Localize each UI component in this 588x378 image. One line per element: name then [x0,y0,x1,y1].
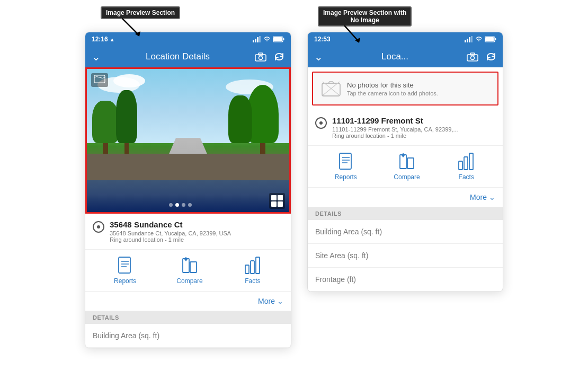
svg-marker-46 [402,155,405,157]
svg-rect-31 [495,38,496,40]
svg-rect-5 [259,36,261,42]
svg-rect-48 [464,157,468,170]
svg-rect-28 [469,37,470,42]
svg-rect-13 [119,257,130,273]
compare-button-1[interactable]: Compare [176,256,202,285]
svg-rect-44 [407,158,414,169]
status-bar-1: 12:16 ▲ [85,32,291,46]
details-section-2: DETAILS Building Area (sq. ft) Site Area… [308,207,503,292]
location-address-1: 35648 Sundance Ct, Yucaipa, CA, 92399, U… [110,230,231,236]
reports-icon-1 [117,257,133,275]
details-section-1: DETAILS Building Area (sq. ft) [85,311,291,348]
compare-label-1: Compare [176,277,202,285]
status-bar-2: 12:53 [308,32,503,46]
reports-button-2[interactable]: Reports [335,152,357,181]
svg-point-10 [259,56,263,60]
facts-button-1[interactable]: Facts [243,256,262,285]
location-ring-1: Ring around location - 1 mile [110,236,231,243]
more-bar-2: More ⌄ [308,188,503,207]
location-address-2: 11101-11299 Fremont St, Yucaipa, CA, 923… [332,126,458,133]
image-preview-1[interactable] [85,67,291,214]
dots-indicator [91,203,269,209]
annotation-image-preview-section-1: Image Preview Section [101,6,180,19]
camera-icon-1[interactable] [255,52,266,61]
nav-bar-1: ⌄ Location Details [85,46,291,67]
svg-rect-7 [283,38,284,40]
battery-icon [273,36,284,42]
action-buttons-1: Reports Compare [85,250,291,292]
details-row-1-0: Building Area (sq. ft) [85,324,291,348]
more-button-2[interactable]: More ⌄ [470,193,495,201]
camera-icon-2[interactable] [467,52,478,61]
reports-label-2: Reports [335,173,357,181]
dot-active [175,203,179,207]
location-info-2: 11101-11299 Fremont St 11101-11299 Fremo… [308,110,503,146]
svg-rect-49 [469,153,473,170]
wifi-icon [263,36,271,42]
status-icons-1 [253,36,284,42]
facts-button-2[interactable]: Facts [457,152,476,181]
location-info-1: 35648 Sundance Ct 35648 Sundance Ct, Yuc… [85,214,291,250]
svg-rect-47 [459,161,462,170]
refresh-icon-1[interactable] [274,52,284,61]
dot-1 [169,203,173,207]
dot-2 [182,203,185,207]
phone-2: 12:53 [307,32,503,292]
compare-label-2: Compare [394,173,420,181]
no-photo-subtitle: Tap the camera icon to add photos. [347,90,438,96]
status-icons-2 [465,36,496,42]
compare-icon-1 [182,257,198,275]
facts-label-1: Facts [245,277,260,285]
svg-rect-35 [470,53,475,55]
phone-2-wrapper: Image Preview Section with No Image 12:5… [307,11,503,292]
status-time-2: 12:53 [314,36,331,43]
nav-title-1: Location Details [146,51,210,62]
svg-rect-22 [251,261,254,274]
details-row-2-1: Site Area (sq. ft) [308,244,503,268]
svg-rect-27 [467,39,468,42]
refresh-icon-2[interactable] [486,52,496,61]
facts-icon-1 [245,257,261,275]
nav-icons-1 [255,52,284,61]
location-name-2: 11101-11299 Fremont St [332,116,458,125]
location-circle-1 [93,221,104,233]
compare-button-2[interactable]: Compare [394,152,420,181]
svg-rect-18 [190,262,197,272]
grid-icon[interactable] [269,193,285,209]
wifi-icon-2 [475,36,483,42]
phone-1-wrapper: Image Preview Section 12:16 ▲ [85,11,291,348]
no-photo-title: No photos for this site [347,81,438,89]
nav-bar-2: ⌄ Loca... [308,46,503,67]
svg-rect-21 [245,265,249,274]
image-preview-2[interactable]: No photos for this site Tap the camera i… [312,72,498,106]
svg-rect-2 [253,40,254,42]
status-time-1: 12:16 ▲ [92,36,115,43]
svg-rect-32 [485,37,494,41]
details-header-2: DETAILS [308,207,503,220]
svg-rect-29 [471,36,473,42]
details-row-2-2: Frontage (ft) [308,268,503,292]
nav-icons-2 [467,52,496,61]
reports-button-1[interactable]: Reports [114,256,136,285]
signal-icon [253,36,261,42]
facts-icon-2 [458,153,474,171]
svg-rect-3 [255,39,256,42]
location-circle-2 [315,117,327,129]
svg-rect-4 [257,37,259,42]
back-chevron-2[interactable]: ⌄ [314,50,323,63]
no-photo-text: No photos for this site Tap the camera i… [347,81,438,96]
facts-label-2: Facts [459,173,474,181]
more-button-1[interactable]: More ⌄ [258,297,283,305]
annotation-image-preview-section-2: Image Preview Section with No Image [318,6,412,27]
back-chevron-1[interactable]: ⌄ [92,50,101,63]
location-text-2: 11101-11299 Fremont St 11101-11299 Fremo… [332,116,458,139]
signal-icon-2 [465,36,473,42]
compare-icon-2 [399,153,415,171]
location-ring-2: Ring around location - 1 mile [332,133,458,139]
reports-label-1: Reports [114,277,136,285]
details-row-2-0: Building Area (sq. ft) [308,220,503,244]
nav-title-2: Loca... [381,51,408,62]
phone-1: 12:16 ▲ [85,32,291,348]
no-photo-icon [322,81,341,96]
svg-rect-39 [340,153,351,169]
